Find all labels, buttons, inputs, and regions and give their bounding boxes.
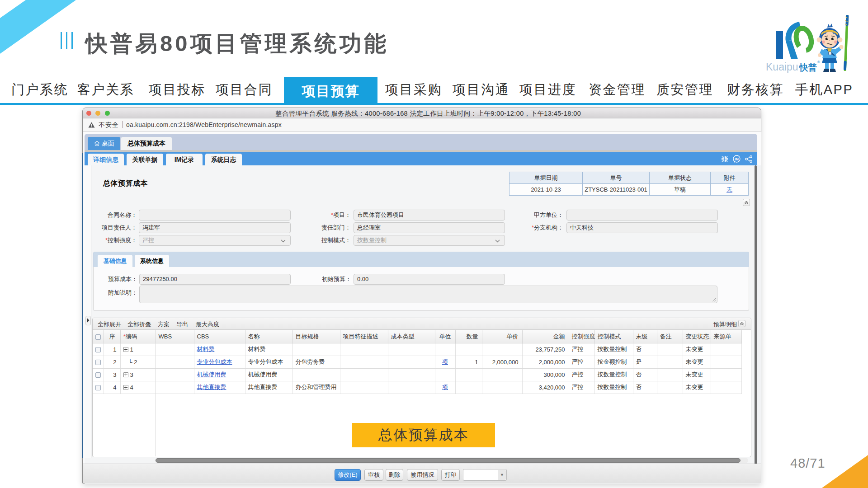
svg-text:IM: IM [735, 157, 738, 161]
svg-text:快普: 快普 [798, 62, 817, 72]
svg-text:®: ® [817, 60, 820, 64]
svg-text:Kuaipu: Kuaipu [766, 61, 798, 73]
